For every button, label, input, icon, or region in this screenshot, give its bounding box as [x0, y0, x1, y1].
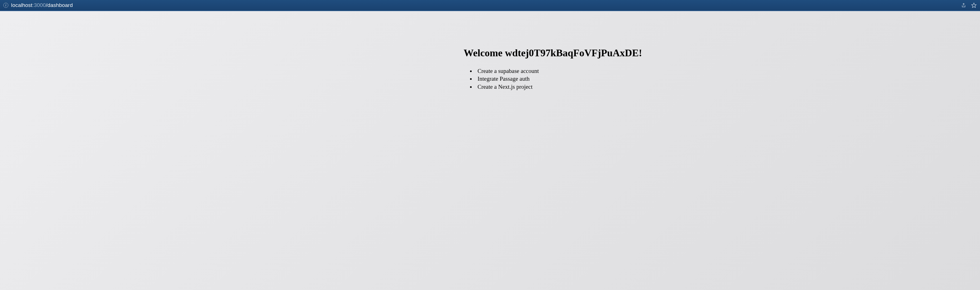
url-port: :3000 — [32, 2, 46, 8]
url-host: localhost — [11, 2, 32, 8]
share-icon[interactable] — [961, 3, 966, 8]
todo-list: Create a supabase account Integrate Pass… — [464, 67, 643, 91]
site-info-icon[interactable]: i — [3, 3, 8, 8]
bookmark-star-icon[interactable] — [971, 3, 977, 8]
browser-address-bar: i localhost:3000/dashboard — [0, 0, 980, 11]
content-container: Welcome wdtej0T97kBaqFoVFjPuAxDE! Create… — [337, 47, 643, 91]
list-item: Create a supabase account — [475, 67, 643, 75]
url-bar[interactable]: i localhost:3000/dashboard — [3, 2, 961, 8]
list-item: Create a Next.js project — [475, 83, 643, 91]
url-path: /dashboard — [46, 2, 73, 8]
welcome-heading: Welcome wdtej0T97kBaqFoVFjPuAxDE! — [464, 47, 643, 59]
url-text: localhost:3000/dashboard — [11, 2, 73, 8]
page-content: Welcome wdtej0T97kBaqFoVFjPuAxDE! Create… — [0, 11, 980, 290]
list-item: Integrate Passage auth — [475, 75, 643, 82]
browser-actions — [961, 3, 977, 8]
